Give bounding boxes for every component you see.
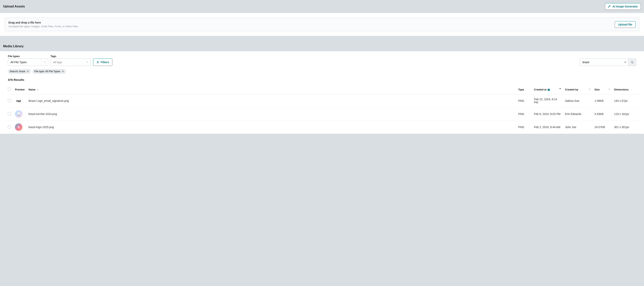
filters-button-label: Filters xyxy=(101,61,109,64)
upload-section-header: Upload Assets AI Image Generator xyxy=(0,0,644,13)
search-icon xyxy=(631,61,634,64)
column-name[interactable]: Name ▲▼ xyxy=(26,85,516,94)
chevron-down-icon xyxy=(84,59,90,66)
search-input[interactable] xyxy=(580,59,628,66)
svg-point-0 xyxy=(610,5,610,5)
file-dropzone[interactable]: Drag and drop a file here Accepted file … xyxy=(5,18,639,31)
row-checkbox[interactable] xyxy=(8,125,11,129)
svg-point-10 xyxy=(19,114,19,115)
column-dimensions: Dimensions xyxy=(612,85,642,94)
search-input-box: ✕ xyxy=(580,58,628,66)
cell-size: 4.53KB xyxy=(592,108,612,121)
cell-name: braze-torchie-1024.png xyxy=(26,108,516,121)
cell-type: PNG xyxy=(516,108,532,121)
cell-created-by: Erin Edwards xyxy=(563,108,592,121)
cell-created-at: Feb 2, 2024, 8:44 AM xyxy=(532,121,563,134)
file-types-label: File types xyxy=(8,55,48,58)
svg-point-7 xyxy=(631,61,633,63)
media-library-title: Media Library xyxy=(3,44,24,48)
cell-dimensions: 143 x 67px xyxy=(612,94,642,108)
filters-button[interactable]: Filters xyxy=(93,58,112,66)
sort-icon: ▲▼ xyxy=(588,88,590,90)
cell-type: PNG xyxy=(516,121,532,134)
file-types-value: All File Types xyxy=(8,61,41,64)
file-thumbnail xyxy=(15,110,22,118)
media-library-panel: File types All File Types Tags All tags xyxy=(0,51,644,134)
magic-wand-icon xyxy=(608,5,611,8)
cell-size: 1.58KB xyxy=(592,94,612,108)
ai-image-generator-button[interactable]: AI Image Generator xyxy=(605,3,641,10)
section-gap xyxy=(0,36,644,41)
cell-type: PNG xyxy=(516,94,532,108)
table-row[interactable]: b braze-logo-1025.png PNG Feb 2, 2024, 8… xyxy=(6,121,642,134)
upload-panel: Drag and drop a file here Accepted file … xyxy=(0,13,644,36)
table-row[interactable]: braze-torchie-1024.png PNG Feb 6, 2024, … xyxy=(6,108,642,121)
sort-icon: ▲▼ xyxy=(608,88,610,90)
chevron-down-icon xyxy=(41,59,48,66)
sort-icon: ▲▼ xyxy=(37,89,39,91)
cell-created-by: Sabina Sue xyxy=(563,94,592,108)
active-filter-chips: Search: braze ✕ File type: All File Type… xyxy=(0,68,644,77)
column-preview: Preview xyxy=(13,85,26,94)
media-table: Preview Name ▲▼ Type Created at i ▼ Crea… xyxy=(6,85,642,134)
sort-desc-icon: ▼ xyxy=(559,88,561,89)
torchie-icon xyxy=(16,111,22,117)
dropzone-subtitle: Accepted file types: Images, Code Files,… xyxy=(8,25,78,28)
svg-point-6 xyxy=(97,63,98,63)
svg-point-5 xyxy=(98,62,98,62)
file-thumbnail: b xyxy=(15,123,22,131)
media-library-header: Media Library xyxy=(0,41,644,51)
svg-point-9 xyxy=(18,114,18,115)
filter-chip-search[interactable]: Search: braze ✕ xyxy=(8,69,31,74)
cell-name: braze-logo-1025.png xyxy=(26,121,516,134)
filter-chip-filetype[interactable]: File type: All File Types ✕ xyxy=(32,69,66,74)
cell-dimensions: 301 x 301px xyxy=(612,121,642,134)
tags-select[interactable]: All tags xyxy=(50,58,91,66)
tags-label: Tags xyxy=(50,55,91,58)
search-wrap: ✕ xyxy=(580,58,636,66)
column-created-by[interactable]: Created by ▲▼ xyxy=(563,85,592,94)
column-created-at[interactable]: Created at i ▼ xyxy=(532,85,563,94)
svg-line-8 xyxy=(633,63,634,63)
tags-filter-group: Tags All tags xyxy=(50,55,91,66)
chip-close-icon[interactable]: ✕ xyxy=(27,70,29,73)
cell-created-at: Feb 6, 2024, 8:03 PM xyxy=(532,108,563,121)
info-icon[interactable]: i xyxy=(548,89,550,91)
sliders-icon xyxy=(96,61,99,64)
cell-name: Braze Logo_email_signature.png xyxy=(26,94,516,108)
upload-title: Upload Assets xyxy=(3,5,25,8)
cell-created-at: Feb 22, 2024, 8:14 PM xyxy=(532,94,563,108)
table-row[interactable]: raz Braze Logo_email_signature.png PNG F… xyxy=(6,94,642,108)
upload-file-button[interactable]: Upload file xyxy=(615,21,636,28)
column-size[interactable]: Size ▲▼ xyxy=(592,85,612,94)
results-count: 476 Results xyxy=(0,77,644,85)
filter-row: File types All File Types Tags All tags xyxy=(0,51,644,68)
dropzone-title: Drag and drop a file here xyxy=(8,21,78,24)
row-checkbox[interactable] xyxy=(8,112,11,115)
search-button[interactable] xyxy=(628,58,636,66)
file-types-filter-group: File types All File Types xyxy=(8,55,48,66)
file-types-select[interactable]: All File Types xyxy=(8,58,48,66)
column-type: Type xyxy=(516,85,532,94)
cell-dimensions: 119 x 181px xyxy=(612,108,642,121)
tags-placeholder: All tags xyxy=(51,61,84,64)
select-all-checkbox[interactable] xyxy=(8,88,11,91)
search-clear-icon[interactable]: ✕ xyxy=(624,61,626,64)
chip-close-icon[interactable]: ✕ xyxy=(62,70,64,73)
cell-size: 24.07KB xyxy=(592,121,612,134)
svg-point-4 xyxy=(97,61,98,62)
ai-button-label: AI Image Generator xyxy=(612,5,638,8)
row-checkbox[interactable] xyxy=(8,99,11,102)
dropzone-text: Drag and drop a file here Accepted file … xyxy=(8,21,78,28)
cell-created-by: John Joe xyxy=(563,121,592,134)
file-thumbnail: raz xyxy=(15,97,22,105)
